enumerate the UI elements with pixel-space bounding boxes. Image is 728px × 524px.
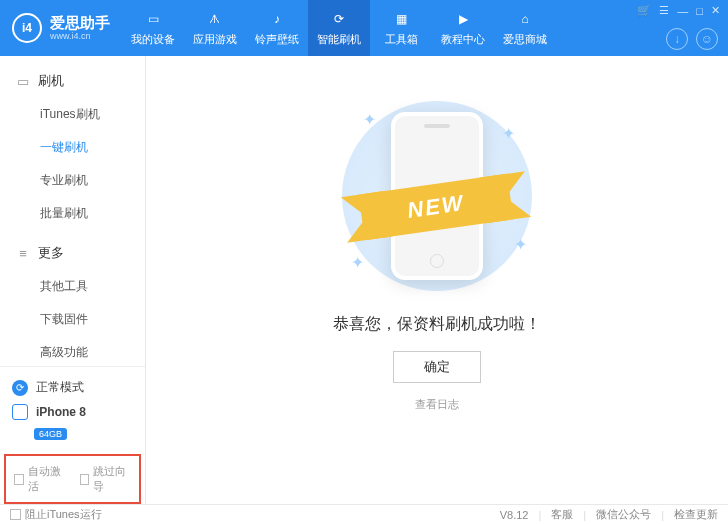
close-icon[interactable]: ✕ [711,4,720,17]
minimize-icon[interactable]: — [677,5,688,17]
phone-icon: ▭ [16,74,30,88]
app-name-cn: 爱思助手 [50,15,110,30]
sidebar-item[interactable]: 专业刷机 [0,164,145,197]
nav-icon: ⌂ [516,10,534,28]
sidebar-item[interactable]: 高级功能 [0,336,145,366]
window-controls: 🛒 ☰ — □ ✕ [637,4,720,17]
logo-icon: i4 [12,13,42,43]
sidebar-item[interactable]: 下载固件 [0,303,145,336]
sidebar: ▭ 刷机 iTunes刷机一键刷机专业刷机批量刷机 ≡ 更多 其他工具下载固件高… [0,56,146,504]
download-button[interactable]: ↓ [666,28,688,50]
app-name-en: www.i4.cn [50,32,110,41]
refresh-icon: ⟳ [12,380,28,396]
app-header: i4 爱思助手 www.i4.cn ▭我的设备⩚应用游戏♪铃声壁纸⟳智能刷机▦工… [0,0,728,56]
options-highlighted: 自动激活 跳过向导 [4,454,141,504]
nav-3[interactable]: ⟳智能刷机 [308,0,370,56]
device-icon [12,404,28,420]
skip-guide-checkbox[interactable]: 跳过向导 [80,464,132,494]
nav-icon: ▶ [454,10,472,28]
nav-0[interactable]: ▭我的设备 [122,0,184,56]
nav-5[interactable]: ▶教程中心 [432,0,494,56]
support-link[interactable]: 客服 [551,507,573,522]
more-icon: ≡ [16,246,30,260]
device-mode[interactable]: ⟳ 正常模式 [10,375,135,400]
sidebar-group-more: ≡ 更多 [0,240,145,266]
user-button[interactable]: ☺ [696,28,718,50]
nav-4[interactable]: ▦工具箱 [370,0,432,56]
app-logo: i4 爱思助手 www.i4.cn [0,13,122,43]
version-label: V8.12 [500,509,529,521]
nav-icon: ⩚ [206,10,224,28]
main-content: ✦ ✦ ✦ ✦ NEW 恭喜您，保资料刷机成功啦！ 确定 查看日志 [146,56,728,504]
nav-icon: ▦ [392,10,410,28]
maximize-icon[interactable]: □ [696,5,703,17]
sidebar-item[interactable]: 其他工具 [0,270,145,303]
storage-badge: 64GB [34,428,67,440]
nav-icon: ⟳ [330,10,348,28]
status-bar: 阻止iTunes运行 V8.12 | 客服 | 微信公众号 | 检查更新 [0,504,728,524]
nav-6[interactable]: ⌂爱思商城 [494,0,556,56]
view-log-link[interactable]: 查看日志 [415,397,459,412]
nav-2[interactable]: ♪铃声壁纸 [246,0,308,56]
wechat-link[interactable]: 微信公众号 [596,507,651,522]
success-illustration: ✦ ✦ ✦ ✦ NEW [327,96,547,296]
top-nav: ▭我的设备⩚应用游戏♪铃声壁纸⟳智能刷机▦工具箱▶教程中心⌂爱思商城 [122,0,556,56]
sidebar-item[interactable]: 批量刷机 [0,197,145,230]
ok-button[interactable]: 确定 [393,351,481,383]
update-link[interactable]: 检查更新 [674,507,718,522]
sidebar-item[interactable]: 一键刷机 [0,131,145,164]
nav-icon: ♪ [268,10,286,28]
nav-1[interactable]: ⩚应用游戏 [184,0,246,56]
sidebar-group-flash: ▭ 刷机 [0,68,145,94]
sidebar-item[interactable]: iTunes刷机 [0,98,145,131]
auto-activate-checkbox[interactable]: 自动激活 [14,464,66,494]
block-itunes-checkbox[interactable]: 阻止iTunes运行 [10,507,102,522]
nav-icon: ▭ [144,10,162,28]
success-message: 恭喜您，保资料刷机成功啦！ [333,314,541,335]
cart-icon[interactable]: 🛒 [637,4,651,17]
device-info[interactable]: iPhone 8 [10,400,135,424]
menu-icon[interactable]: ☰ [659,4,669,17]
